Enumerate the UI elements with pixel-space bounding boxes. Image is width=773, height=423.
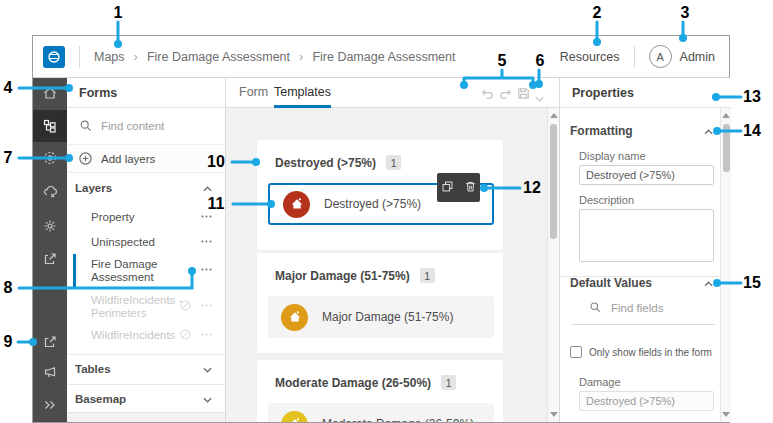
- callout-12: 12: [523, 179, 541, 197]
- callout-7: 7: [4, 149, 13, 167]
- properties-scrollbar[interactable]: [720, 108, 731, 422]
- callout-2: 2: [593, 4, 602, 22]
- header-divider: [634, 46, 635, 68]
- plus-circle-icon: [78, 151, 93, 166]
- tables-section-label: Tables: [75, 363, 111, 375]
- find-fields-input[interactable]: [611, 302, 706, 314]
- callout-1: 1: [114, 4, 123, 22]
- chevron-up-icon: [704, 124, 713, 138]
- nav-rail: [33, 78, 67, 422]
- chevron-down-icon[interactable]: [534, 89, 545, 107]
- count-badge: 1: [441, 375, 456, 390]
- layers-section-header[interactable]: Layers: [67, 173, 225, 202]
- duplicate-icon[interactable]: [441, 179, 454, 197]
- esri-logo-icon[interactable]: [43, 46, 65, 68]
- app-window: Maps › Fire Damage Assessment › Fire Dam…: [32, 35, 730, 423]
- forms-panel-footer: [67, 412, 225, 422]
- scroll-down-arrow[interactable]: [722, 412, 730, 417]
- expand-rail-icon[interactable]: [33, 390, 67, 420]
- settings-gear-icon[interactable]: [33, 211, 67, 241]
- tables-section-header[interactable]: Tables: [67, 354, 225, 383]
- callout-3: 3: [681, 4, 690, 22]
- add-layers-label: Add layers: [101, 153, 155, 165]
- tab-templates[interactable]: Templates: [274, 78, 331, 108]
- blocked-icon: [179, 328, 192, 343]
- offline-cloud-icon[interactable]: [33, 177, 67, 207]
- properties-content: Formatting Display name Description Defa…: [560, 108, 731, 422]
- count-badge: 1: [420, 268, 435, 283]
- layer-item-wildfire-incidents[interactable]: WildfireIncidents: [67, 324, 225, 346]
- share-icon[interactable]: [33, 244, 67, 274]
- group-title: Moderate Damage (26-50%): [275, 376, 431, 390]
- default-values-section-header[interactable]: Default Values: [570, 276, 713, 290]
- templates-scrollbar[interactable]: [547, 108, 559, 422]
- breadcrumb: Maps › Fire Damage Assessment › Fire Dam…: [94, 49, 455, 64]
- undo-icon[interactable]: [480, 86, 495, 105]
- user-name[interactable]: Admin: [680, 50, 715, 64]
- template-group-moderate-damage: Moderate Damage (26-50%) 1 Moderate Dama…: [257, 360, 503, 422]
- find-fields-search[interactable]: [589, 301, 706, 314]
- template-card-label: Moderate Damage (26-50%): [322, 417, 474, 422]
- layer-options-icon[interactable]: [200, 235, 213, 250]
- app-body: Forms Add layers Layers Property: [33, 78, 729, 422]
- template-card-moderate-damage[interactable]: Moderate Damage (26-50%): [268, 403, 494, 422]
- resources-link[interactable]: Resources: [560, 50, 620, 64]
- only-show-fields-label: Only show fields in the form: [589, 347, 712, 358]
- group-title-row: Major Damage (51-75%) 1: [257, 253, 503, 283]
- geofence-icon[interactable]: [33, 143, 67, 173]
- callout-11: 11: [208, 195, 225, 213]
- home-icon[interactable]: [33, 78, 67, 108]
- layer-item-fire-damage-assessment[interactable]: Fire Damage Assessment: [67, 254, 225, 287]
- open-in-new-icon[interactable]: [33, 327, 67, 357]
- user-avatar[interactable]: A: [649, 45, 672, 68]
- tab-form[interactable]: Form: [239, 78, 268, 108]
- formatting-section-label: Formatting: [570, 124, 633, 138]
- scroll-down-arrow[interactable]: [550, 412, 558, 417]
- chevron-up-icon: [203, 182, 212, 194]
- find-content-search[interactable]: [67, 108, 225, 145]
- editor-panel: Form Templates Destroyed: [226, 78, 559, 422]
- scrollbar-thumb[interactable]: [550, 124, 557, 239]
- save-icon[interactable]: [516, 86, 531, 105]
- layer-item-uninspected[interactable]: Uninspected: [67, 231, 225, 253]
- delete-trash-icon[interactable]: [464, 179, 477, 197]
- scrollbar-thumb[interactable]: [723, 124, 730, 172]
- major-damage-symbol-icon: [281, 304, 308, 331]
- layer-options-icon[interactable]: [200, 328, 213, 343]
- display-name-label: Display name: [579, 150, 646, 162]
- add-layers-button[interactable]: Add layers: [67, 145, 225, 173]
- callout-5: 5: [498, 52, 507, 70]
- callout-10: 10: [207, 153, 225, 171]
- forms-icon[interactable]: [33, 110, 67, 142]
- only-show-fields-checkbox[interactable]: [570, 346, 582, 358]
- callout-9: 9: [4, 333, 13, 351]
- display-name-input[interactable]: [579, 165, 714, 185]
- only-show-fields-row: Only show fields in the form: [570, 346, 712, 358]
- template-card-major-damage[interactable]: Major Damage (51-75%): [268, 296, 494, 338]
- basemap-section-header[interactable]: Basemap: [67, 384, 225, 413]
- template-group-destroyed: Destroyed (>75%) 1 Destr: [257, 140, 503, 250]
- callout-4: 4: [4, 79, 13, 97]
- redo-icon[interactable]: [498, 86, 513, 105]
- scroll-up-arrow[interactable]: [550, 113, 558, 118]
- group-title: Major Damage (51-75%): [275, 269, 410, 283]
- damage-field-input[interactable]: [579, 391, 714, 411]
- damage-field-label: Damage: [579, 376, 621, 388]
- breadcrumb-separator: ›: [299, 49, 303, 64]
- breadcrumb-page-name: Fire Damage Assessment: [312, 50, 455, 64]
- layer-options-icon[interactable]: [200, 299, 213, 314]
- layer-item-property[interactable]: Property: [67, 206, 225, 228]
- chevron-down-icon: [203, 393, 212, 405]
- layer-options-icon[interactable]: [200, 263, 213, 278]
- breadcrumb-maps[interactable]: Maps: [94, 50, 125, 64]
- layer-item-wildfire-perimeters[interactable]: WildfireIncidents - Perimeters: [67, 290, 225, 323]
- callout-15: 15: [743, 274, 761, 292]
- scroll-up-arrow[interactable]: [722, 113, 730, 118]
- formatting-section-header[interactable]: Formatting: [570, 124, 713, 138]
- description-textarea[interactable]: [579, 209, 714, 262]
- breadcrumb-map-name[interactable]: Fire Damage Assessment: [147, 50, 290, 64]
- announcements-megaphone-icon[interactable]: [33, 357, 67, 387]
- find-content-input[interactable]: [101, 120, 211, 132]
- count-badge: 1: [386, 155, 401, 170]
- header-divider: [79, 46, 80, 68]
